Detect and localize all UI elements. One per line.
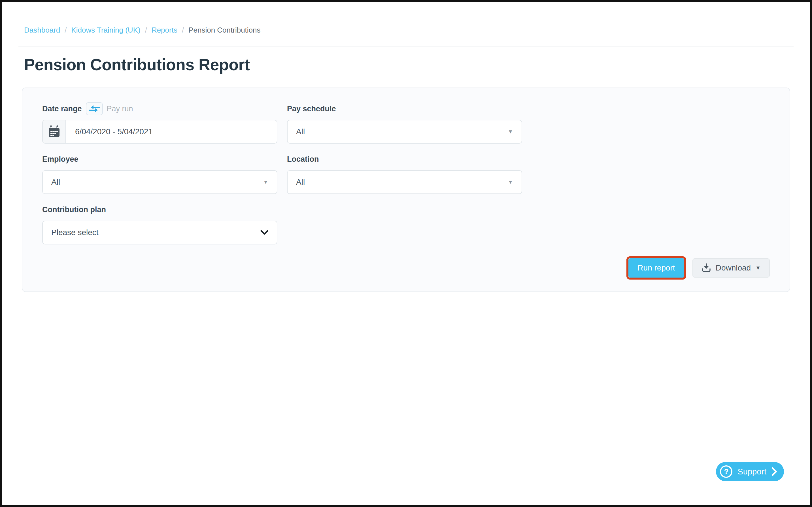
pay-schedule-select[interactable]: All ▼ (287, 120, 522, 144)
location-label: Location (287, 155, 319, 164)
date-range-field: Date range Pay run (42, 102, 277, 144)
pay-schedule-field: Pay schedule All ▼ (287, 102, 522, 144)
location-field: Location All ▼ (287, 153, 522, 194)
date-range-label: Date range (42, 105, 82, 113)
employee-select[interactable]: All ▼ (42, 170, 277, 194)
contribution-plan-label: Contribution plan (42, 205, 106, 214)
swap-arrows-icon (89, 105, 100, 113)
pay-run-mode-label: Pay run (107, 105, 133, 113)
grid-spacer (287, 203, 522, 253)
run-report-button[interactable]: Run report (629, 258, 684, 278)
pay-schedule-label: Pay schedule (287, 105, 336, 113)
breadcrumb-link-company[interactable]: Kidows Training (UK) (71, 26, 140, 35)
page-content: Dashboard / Kidows Training (UK) / Repor… (2, 2, 810, 292)
employee-label: Employee (42, 155, 78, 164)
filter-grid: Date range Pay run (42, 102, 770, 253)
chevron-down-icon (260, 230, 268, 235)
date-range-input-group (42, 120, 277, 144)
location-label-row: Location (287, 153, 522, 166)
page-title: Pension Contributions Report (22, 55, 790, 74)
caret-down-icon: ▼ (263, 179, 268, 185)
header-divider (18, 47, 794, 47)
pay-schedule-label-row: Pay schedule (287, 102, 522, 115)
contribution-plan-field: Contribution plan Please select (42, 203, 277, 244)
date-range-label-row: Date range Pay run (42, 102, 277, 115)
actions-row: Run report Download ▼ (42, 256, 770, 280)
contribution-plan-select[interactable]: Please select (42, 221, 277, 244)
contribution-plan-label-row: Contribution plan (42, 203, 277, 216)
report-filters-panel: Date range Pay run (22, 88, 790, 292)
caret-down-icon: ▼ (508, 179, 513, 185)
support-label: Support (738, 467, 766, 476)
contribution-plan-value: Please select (51, 228, 260, 237)
employee-label-row: Employee (42, 153, 277, 166)
employee-field: Employee All ▼ (42, 153, 277, 194)
calendar-icon (48, 125, 60, 138)
download-icon (702, 263, 711, 273)
pay-schedule-value: All (296, 127, 508, 136)
question-mark-icon: ? (720, 465, 733, 478)
support-button[interactable]: ? Support (716, 462, 784, 481)
breadcrumb-link-reports[interactable]: Reports (152, 26, 177, 35)
date-range-input[interactable] (66, 120, 277, 143)
breadcrumb-current-page: Pension Contributions (188, 26, 260, 35)
download-button[interactable]: Download ▼ (693, 258, 770, 278)
breadcrumb-separator: / (145, 26, 147, 35)
pension-contributions-report-page: { "breadcrumb": { "separator": "/", "ite… (0, 0, 812, 507)
employee-value: All (51, 178, 263, 187)
breadcrumb-separator: / (65, 26, 67, 35)
location-select[interactable]: All ▼ (287, 170, 522, 194)
breadcrumb-link-dashboard[interactable]: Dashboard (24, 26, 60, 35)
breadcrumb-separator: / (182, 26, 184, 35)
breadcrumb: Dashboard / Kidows Training (UK) / Repor… (22, 26, 790, 35)
caret-down-icon: ▼ (755, 265, 761, 271)
chevron-right-icon (771, 467, 777, 476)
date-mode-toggle-button[interactable] (86, 102, 103, 115)
download-label: Download (716, 264, 751, 273)
caret-down-icon: ▼ (508, 128, 513, 135)
location-value: All (296, 178, 508, 187)
run-report-highlight-annotation: Run report (627, 256, 686, 280)
date-range-addon (43, 120, 66, 143)
